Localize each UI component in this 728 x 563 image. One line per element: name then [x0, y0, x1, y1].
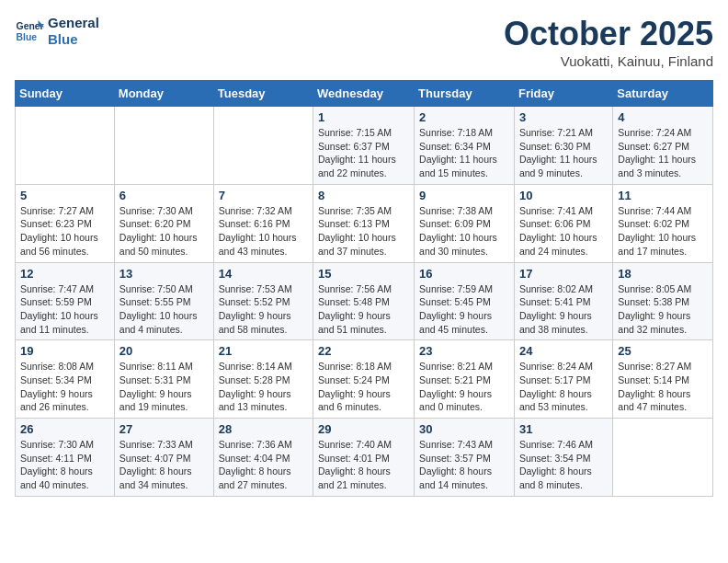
calendar-cell: 14Sunrise: 7:53 AM Sunset: 5:52 PM Dayli… — [213, 262, 313, 340]
day-number: 12 — [20, 267, 109, 281]
title-block: October 2025 Vuokatti, Kainuu, Finland — [504, 15, 713, 69]
day-number: 6 — [119, 189, 209, 202]
calendar-cell: 17Sunrise: 8:02 AM Sunset: 5:41 PM Dayli… — [514, 262, 612, 340]
calendar-cell: 29Sunrise: 7:40 AM Sunset: 4:01 PM Dayli… — [313, 419, 415, 497]
weekday-header-friday: Friday — [514, 81, 612, 107]
logo-text-blue: Blue — [48, 31, 99, 48]
calendar-cell: 31Sunrise: 7:46 AM Sunset: 3:54 PM Dayli… — [514, 419, 612, 497]
calendar-cell — [16, 107, 115, 185]
day-number: 31 — [519, 422, 608, 436]
day-number: 27 — [119, 422, 209, 436]
day-info: Sunrise: 8:18 AM Sunset: 5:24 PM Dayligh… — [318, 360, 409, 414]
day-info: Sunrise: 8:05 AM Sunset: 5:38 PM Dayligh… — [618, 282, 708, 337]
day-info: Sunrise: 7:35 AM Sunset: 6:13 PM Dayligh… — [318, 204, 409, 259]
calendar-cell: 2Sunrise: 7:18 AM Sunset: 6:34 PM Daylig… — [415, 107, 515, 185]
location-subtitle: Vuokatti, Kainuu, Finland — [504, 53, 713, 69]
day-info: Sunrise: 7:30 AM Sunset: 4:11 PM Dayligh… — [20, 438, 109, 492]
day-number: 7 — [219, 189, 308, 202]
day-number: 21 — [219, 344, 308, 358]
calendar-cell — [213, 107, 313, 185]
week-row-1: 1Sunrise: 7:15 AM Sunset: 6:37 PM Daylig… — [16, 107, 713, 185]
calendar-cell: 23Sunrise: 8:21 AM Sunset: 5:21 PM Dayli… — [415, 340, 515, 419]
weekday-header-row: SundayMondayTuesdayWednesdayThursdayFrid… — [16, 81, 713, 107]
logo: General Blue General Blue — [15, 15, 99, 48]
day-info: Sunrise: 7:38 AM Sunset: 6:09 PM Dayligh… — [419, 204, 509, 259]
day-info: Sunrise: 7:41 AM Sunset: 6:06 PM Dayligh… — [519, 204, 608, 259]
day-number: 25 — [618, 344, 708, 358]
svg-text:Blue: Blue — [17, 32, 38, 42]
calendar-cell: 3Sunrise: 7:21 AM Sunset: 6:30 PM Daylig… — [514, 107, 612, 185]
weekday-header-thursday: Thursday — [415, 81, 515, 107]
calendar-cell: 22Sunrise: 8:18 AM Sunset: 5:24 PM Dayli… — [313, 340, 415, 419]
week-row-3: 12Sunrise: 7:47 AM Sunset: 5:59 PM Dayli… — [16, 262, 713, 340]
calendar-cell: 27Sunrise: 7:33 AM Sunset: 4:07 PM Dayli… — [114, 419, 213, 497]
day-info: Sunrise: 7:53 AM Sunset: 5:52 PM Dayligh… — [219, 282, 308, 337]
calendar-cell: 7Sunrise: 7:32 AM Sunset: 6:16 PM Daylig… — [213, 184, 313, 262]
calendar-cell: 6Sunrise: 7:30 AM Sunset: 6:20 PM Daylig… — [114, 184, 213, 262]
day-number: 26 — [20, 422, 109, 436]
day-number: 19 — [20, 344, 109, 358]
day-info: Sunrise: 8:24 AM Sunset: 5:17 PM Dayligh… — [519, 360, 608, 414]
weekday-header-monday: Monday — [114, 81, 213, 107]
day-number: 1 — [318, 110, 409, 124]
day-info: Sunrise: 8:27 AM Sunset: 5:14 PM Dayligh… — [618, 360, 708, 414]
calendar-cell: 13Sunrise: 7:50 AM Sunset: 5:55 PM Dayli… — [114, 262, 213, 340]
day-info: Sunrise: 7:21 AM Sunset: 6:30 PM Dayligh… — [519, 126, 608, 180]
page-header: General Blue General Blue October 2025 V… — [15, 15, 713, 69]
day-info: Sunrise: 7:46 AM Sunset: 3:54 PM Dayligh… — [519, 438, 608, 492]
calendar-cell: 25Sunrise: 8:27 AM Sunset: 5:14 PM Dayli… — [613, 340, 713, 419]
day-number: 3 — [519, 110, 608, 124]
day-info: Sunrise: 7:47 AM Sunset: 5:59 PM Dayligh… — [20, 282, 109, 337]
logo-text-general: General — [48, 15, 99, 31]
day-info: Sunrise: 7:32 AM Sunset: 6:16 PM Dayligh… — [219, 204, 308, 259]
week-row-2: 5Sunrise: 7:27 AM Sunset: 6:23 PM Daylig… — [16, 184, 713, 262]
calendar-cell: 4Sunrise: 7:24 AM Sunset: 6:27 PM Daylig… — [613, 107, 713, 185]
day-number: 2 — [419, 110, 509, 124]
calendar-cell: 11Sunrise: 7:44 AM Sunset: 6:02 PM Dayli… — [613, 184, 713, 262]
calendar-cell: 9Sunrise: 7:38 AM Sunset: 6:09 PM Daylig… — [415, 184, 515, 262]
day-number: 23 — [419, 344, 509, 358]
day-info: Sunrise: 7:59 AM Sunset: 5:45 PM Dayligh… — [419, 282, 509, 337]
calendar-cell: 5Sunrise: 7:27 AM Sunset: 6:23 PM Daylig… — [16, 184, 115, 262]
day-info: Sunrise: 7:15 AM Sunset: 6:37 PM Dayligh… — [318, 126, 409, 180]
day-number: 16 — [419, 267, 509, 281]
weekday-header-saturday: Saturday — [613, 81, 713, 107]
calendar-cell: 21Sunrise: 8:14 AM Sunset: 5:28 PM Dayli… — [213, 340, 313, 419]
week-row-5: 26Sunrise: 7:30 AM Sunset: 4:11 PM Dayli… — [16, 419, 713, 497]
week-row-4: 19Sunrise: 8:08 AM Sunset: 5:34 PM Dayli… — [16, 340, 713, 419]
day-info: Sunrise: 7:50 AM Sunset: 5:55 PM Dayligh… — [119, 282, 209, 337]
day-info: Sunrise: 7:33 AM Sunset: 4:07 PM Dayligh… — [119, 438, 209, 492]
calendar-cell: 16Sunrise: 7:59 AM Sunset: 5:45 PM Dayli… — [415, 262, 515, 340]
day-number: 10 — [519, 189, 608, 202]
calendar-cell: 30Sunrise: 7:43 AM Sunset: 3:57 PM Dayli… — [415, 419, 515, 497]
day-number: 30 — [419, 422, 509, 436]
day-number: 13 — [119, 267, 209, 281]
day-info: Sunrise: 7:44 AM Sunset: 6:02 PM Dayligh… — [618, 204, 708, 259]
calendar-cell — [613, 419, 713, 497]
day-info: Sunrise: 7:40 AM Sunset: 4:01 PM Dayligh… — [318, 438, 409, 492]
day-info: Sunrise: 8:21 AM Sunset: 5:21 PM Dayligh… — [419, 360, 509, 414]
day-info: Sunrise: 8:11 AM Sunset: 5:31 PM Dayligh… — [119, 360, 209, 414]
month-title: October 2025 — [504, 15, 713, 53]
day-info: Sunrise: 7:27 AM Sunset: 6:23 PM Dayligh… — [20, 204, 109, 259]
calendar-cell: 28Sunrise: 7:36 AM Sunset: 4:04 PM Dayli… — [213, 419, 313, 497]
day-number: 20 — [119, 344, 209, 358]
logo-icon: General Blue — [15, 17, 44, 46]
weekday-header-wednesday: Wednesday — [313, 81, 415, 107]
weekday-header-sunday: Sunday — [16, 81, 115, 107]
calendar-cell: 10Sunrise: 7:41 AM Sunset: 6:06 PM Dayli… — [514, 184, 612, 262]
day-info: Sunrise: 7:36 AM Sunset: 4:04 PM Dayligh… — [219, 438, 308, 492]
day-info: Sunrise: 8:14 AM Sunset: 5:28 PM Dayligh… — [219, 360, 308, 414]
calendar-cell: 24Sunrise: 8:24 AM Sunset: 5:17 PM Dayli… — [514, 340, 612, 419]
calendar-cell: 19Sunrise: 8:08 AM Sunset: 5:34 PM Dayli… — [16, 340, 115, 419]
day-number: 14 — [219, 267, 308, 281]
calendar-cell: 18Sunrise: 8:05 AM Sunset: 5:38 PM Dayli… — [613, 262, 713, 340]
day-number: 24 — [519, 344, 608, 358]
day-number: 9 — [419, 189, 509, 202]
day-number: 29 — [318, 422, 409, 436]
day-number: 15 — [318, 267, 409, 281]
day-info: Sunrise: 7:30 AM Sunset: 6:20 PM Dayligh… — [119, 204, 209, 259]
day-number: 11 — [618, 189, 708, 202]
day-number: 22 — [318, 344, 409, 358]
day-number: 8 — [318, 189, 409, 202]
